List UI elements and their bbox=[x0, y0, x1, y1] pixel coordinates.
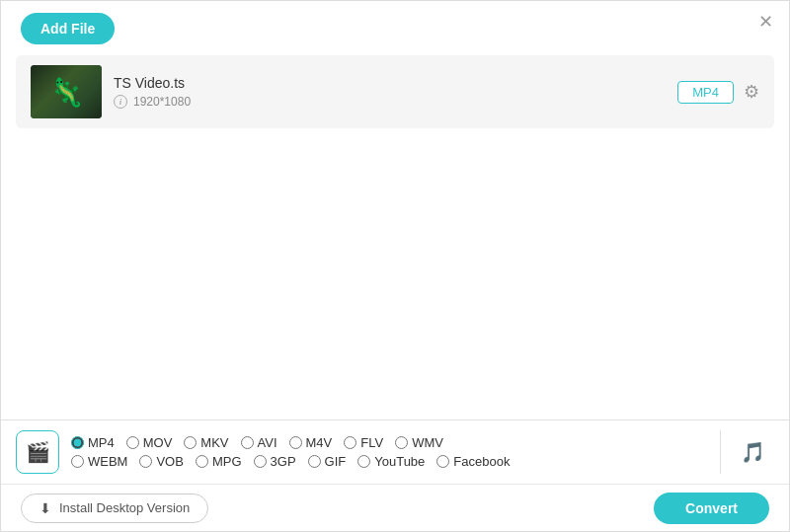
audio-format-icon-button[interactable]: 🎵 bbox=[731, 430, 774, 474]
format-option-mkv[interactable]: MKV bbox=[184, 435, 228, 450]
label-wmv: WMV bbox=[412, 435, 443, 450]
radio-vob[interactable] bbox=[139, 455, 152, 468]
format-option-webm[interactable]: WEBM bbox=[71, 454, 127, 469]
thumbnail-image bbox=[31, 65, 102, 118]
radio-mpg[interactable] bbox=[196, 455, 208, 468]
format-option-wmv[interactable]: WMV bbox=[395, 435, 443, 450]
radio-webm[interactable] bbox=[71, 455, 84, 468]
file-resolution: 1920*1080 bbox=[133, 95, 191, 109]
radio-youtube[interactable] bbox=[357, 455, 370, 468]
radio-mkv[interactable] bbox=[184, 436, 197, 449]
settings-icon[interactable]: ⚙ bbox=[744, 81, 759, 103]
download-icon: ⬇ bbox=[40, 500, 51, 516]
format-badge[interactable]: MP4 bbox=[677, 81, 734, 104]
format-option-mpg[interactable]: MPG bbox=[196, 454, 242, 469]
format-option-gif[interactable]: GIF bbox=[308, 454, 347, 469]
radio-3gp[interactable] bbox=[254, 455, 267, 468]
radio-facebook[interactable] bbox=[436, 455, 449, 468]
label-3gp: 3GP bbox=[271, 454, 296, 469]
format-option-mp4[interactable]: MP4 bbox=[71, 435, 115, 450]
label-youtube: YouTube bbox=[374, 454, 425, 469]
file-actions: MP4 ⚙ bbox=[677, 81, 759, 104]
file-meta: i 1920*1080 bbox=[114, 95, 666, 109]
file-name: TS Video.ts bbox=[114, 75, 666, 91]
radio-flv[interactable] bbox=[344, 436, 356, 449]
label-gif: GIF bbox=[325, 454, 347, 469]
label-mpg: MPG bbox=[212, 454, 242, 469]
music-note-icon: 🎵 bbox=[741, 440, 765, 464]
radio-m4v[interactable] bbox=[289, 436, 302, 449]
format-options: MP4 MOV MKV AVI M4V FLV bbox=[71, 435, 710, 469]
label-mp4: MP4 bbox=[88, 435, 115, 450]
radio-wmv[interactable] bbox=[395, 436, 408, 449]
format-option-avi[interactable]: AVI bbox=[241, 435, 277, 450]
format-option-vob[interactable]: VOB bbox=[139, 454, 183, 469]
format-option-youtube[interactable]: YouTube bbox=[357, 454, 425, 469]
footer: ⬇ Install Desktop Version Convert bbox=[1, 484, 789, 531]
format-option-3gp[interactable]: 3GP bbox=[254, 454, 296, 469]
radio-avi[interactable] bbox=[241, 436, 254, 449]
format-row-1: MP4 MOV MKV AVI M4V FLV bbox=[71, 435, 710, 450]
main-content: TS Video.ts i 1920*1080 MP4 ⚙ bbox=[16, 55, 774, 422]
radio-mp4[interactable] bbox=[71, 436, 84, 449]
label-mkv: MKV bbox=[200, 435, 228, 450]
format-option-m4v[interactable]: M4V bbox=[289, 435, 333, 450]
format-option-mov[interactable]: MOV bbox=[126, 435, 173, 450]
toolbar-divider bbox=[720, 430, 721, 474]
file-thumbnail bbox=[31, 65, 102, 118]
format-toolbar: 🎬 MP4 MOV MKV AVI M4V bbox=[1, 419, 789, 484]
label-m4v: M4V bbox=[306, 435, 333, 450]
film-icon: 🎬 bbox=[26, 440, 50, 464]
close-button[interactable]: ✕ bbox=[758, 13, 773, 31]
radio-mov[interactable] bbox=[126, 436, 139, 449]
format-row-2: WEBM VOB MPG 3GP GIF YouTube bbox=[71, 454, 710, 469]
label-flv: FLV bbox=[360, 435, 383, 450]
convert-button[interactable]: Convert bbox=[654, 493, 769, 524]
install-label: Install Desktop Version bbox=[59, 500, 190, 515]
radio-gif[interactable] bbox=[308, 455, 321, 468]
info-icon: i bbox=[114, 95, 127, 109]
label-facebook: Facebook bbox=[453, 454, 510, 469]
label-mov: MOV bbox=[143, 435, 173, 450]
label-avi: AVI bbox=[258, 435, 277, 450]
file-item: TS Video.ts i 1920*1080 MP4 ⚙ bbox=[16, 55, 774, 128]
video-format-icon-button[interactable]: 🎬 bbox=[16, 430, 59, 474]
label-webm: WEBM bbox=[88, 454, 127, 469]
format-option-flv[interactable]: FLV bbox=[344, 435, 383, 450]
format-option-facebook[interactable]: Facebook bbox=[436, 454, 510, 469]
label-vob: VOB bbox=[156, 454, 183, 469]
add-file-button[interactable]: Add File bbox=[21, 13, 115, 44]
file-info: TS Video.ts i 1920*1080 bbox=[114, 75, 666, 109]
install-desktop-button[interactable]: ⬇ Install Desktop Version bbox=[21, 494, 208, 523]
